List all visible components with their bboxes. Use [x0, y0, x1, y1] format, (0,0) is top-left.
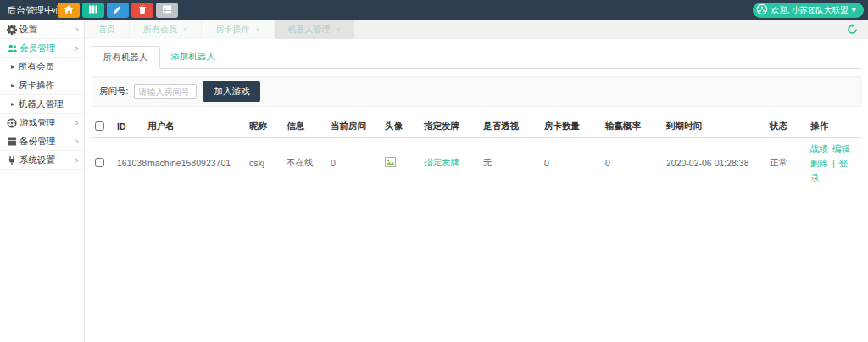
- sidebar-item-settings[interactable]: 设置 >: [0, 20, 84, 39]
- sidebar-item-all-members[interactable]: ▸ 所有会员: [0, 58, 84, 76]
- delete-link[interactable]: 删除: [810, 158, 828, 168]
- pencil-icon: [113, 4, 123, 17]
- avatar-broken-image-icon: [385, 159, 396, 169]
- sidebar-item-backup-management[interactable]: 备份管理 >: [0, 132, 84, 151]
- home-button[interactable]: [58, 3, 80, 18]
- top-header-bar: 后台管理中心 欢迎, 小苏团队大联盟 ▼: [0, 0, 868, 20]
- triangle-bullet-icon: ▸: [11, 81, 14, 89]
- select-all-cell: [92, 115, 114, 138]
- chevron-down-icon: ▼: [852, 7, 856, 14]
- chevron-right-icon: >: [75, 25, 79, 34]
- row-checkbox[interactable]: [95, 158, 104, 167]
- records-link[interactable]: 战绩: [810, 143, 828, 154]
- close-icon[interactable]: ×: [183, 25, 187, 34]
- refresh-button[interactable]: [847, 24, 858, 37]
- col-header-nickname: 昵称: [246, 115, 283, 138]
- col-header-status: 状态: [766, 115, 807, 138]
- robots-table: ID 用户名 昵称 信息 当前房间 头像 指定发牌 是否透视 房卡数量 输赢概率…: [92, 115, 861, 188]
- edit-button[interactable]: [107, 3, 129, 18]
- sidebar-item-robot-management[interactable]: ▸ 机器人管理: [0, 95, 84, 114]
- select-all-checkbox[interactable]: [95, 121, 104, 131]
- tab-add-robot[interactable]: 添加机器人: [160, 46, 227, 68]
- cell-nickname: cskj: [246, 138, 283, 188]
- table-header-row: ID 用户名 昵称 信息 当前房间 头像 指定发牌 是否透视 房卡数量 输赢概率…: [92, 115, 861, 138]
- robots-table-wrap: ID 用户名 昵称 信息 当前房间 头像 指定发牌 是否透视 房卡数量 输赢概率…: [92, 115, 861, 188]
- table-row: 161038 machine1580923701 cskj 不在线 0 指定发牌…: [92, 138, 861, 188]
- welcome-text: 欢迎, 小苏团队大联盟: [771, 5, 849, 16]
- tab-room-card-ops[interactable]: 房卡操作 ×: [202, 20, 273, 39]
- close-icon[interactable]: ×: [255, 25, 259, 34]
- cell-username: machine1580923701: [144, 138, 246, 188]
- join-game-button[interactable]: 加入游戏: [203, 81, 260, 102]
- sidebar-item-label: 设置: [19, 24, 37, 36]
- users-icon: [7, 43, 19, 53]
- columns-button[interactable]: [82, 3, 104, 18]
- cell-info: 不在线: [283, 138, 327, 188]
- close-icon[interactable]: ×: [337, 25, 341, 34]
- sidebar-item-system-settings[interactable]: 系统设置 >: [0, 151, 84, 170]
- tab-label: 所有机器人: [103, 52, 148, 64]
- tab-label: 所有会员: [143, 24, 177, 36]
- cell-current-room: 0: [327, 138, 381, 188]
- col-header-avatar: 头像: [381, 115, 420, 138]
- col-header-id: ID: [114, 115, 144, 138]
- sidebar-item-label: 房卡操作: [19, 80, 54, 92]
- col-header-room-cards: 房卡数量: [541, 115, 602, 138]
- user-menu-button[interactable]: 欢迎, 小苏团队大联盟 ▼: [753, 3, 864, 18]
- game-wheel-icon: [7, 118, 19, 128]
- col-header-info: 信息: [283, 115, 327, 138]
- chevron-right-icon: >: [75, 119, 79, 127]
- sidebar-item-label: 系统设置: [19, 154, 55, 166]
- sidebar-item-member-management[interactable]: 会员管理 >: [0, 39, 84, 58]
- tab-label: 房卡操作: [215, 24, 249, 36]
- breadcrumb-tabstrip: 首页 所有会员 × 房卡操作 × 机器人管理 ×: [85, 20, 868, 39]
- trash-icon: [137, 4, 147, 17]
- col-header-current-room: 当前房间: [327, 115, 381, 138]
- tab-home[interactable]: 首页: [85, 20, 129, 39]
- delete-button[interactable]: [131, 3, 153, 18]
- triangle-bullet-icon: ▸: [11, 100, 14, 108]
- table-icon: [162, 4, 172, 17]
- col-header-perspective: 是否透视: [480, 115, 541, 138]
- cell-actions: 战绩 编辑 删除 | 登录: [807, 138, 861, 188]
- home-icon: [64, 4, 74, 17]
- col-header-expire-time: 到期时间: [663, 115, 766, 138]
- room-search-bar: 房间号: 加入游戏: [92, 76, 861, 107]
- deal-link[interactable]: 指定发牌: [424, 157, 459, 167]
- col-header-username: 用户名: [144, 115, 246, 138]
- plug-icon: [7, 155, 19, 165]
- cell-expire-time: 2020-02-06 01:28:38: [663, 138, 766, 188]
- tab-robot-management[interactable]: 机器人管理 ×: [275, 20, 354, 39]
- sidebar-item-room-card-ops[interactable]: ▸ 房卡操作: [0, 76, 84, 95]
- robot-tabs: 所有机器人 添加机器人: [92, 46, 861, 69]
- chevron-right-icon: >: [75, 156, 79, 165]
- table-view-button[interactable]: [156, 3, 178, 18]
- row-select-cell: [92, 138, 114, 188]
- tab-all-robots[interactable]: 所有机器人: [92, 46, 160, 69]
- sidebar-item-label: 会员管理: [19, 42, 55, 54]
- edit-link[interactable]: 编辑: [832, 143, 850, 154]
- sidebar-item-label: 备份管理: [19, 136, 55, 148]
- refresh-icon: [847, 25, 858, 37]
- sidebar-item-game-management[interactable]: 游戏管理 >: [0, 114, 84, 132]
- room-number-input[interactable]: [134, 84, 197, 99]
- action-separator: |: [832, 158, 835, 168]
- col-header-win-rate: 输赢概率: [602, 115, 663, 138]
- cell-id: 161038: [114, 138, 144, 188]
- tab-all-members[interactable]: 所有会员 ×: [130, 20, 201, 39]
- app-title: 后台管理中心: [0, 4, 58, 17]
- tab-label: 添加机器人: [171, 51, 216, 63]
- triangle-bullet-icon: ▸: [11, 63, 14, 70]
- col-header-actions: 操作: [807, 115, 861, 138]
- chevron-right-icon: >: [75, 44, 79, 53]
- cell-status: 正常: [766, 138, 807, 188]
- team-icon: [756, 3, 768, 17]
- cell-win-rate: 0: [602, 138, 663, 188]
- sidebar: 设置 > 会员管理 > ▸ 所有会员 ▸ 房卡操作 ▸ 机器人管理 游戏管理 >…: [0, 20, 85, 342]
- cell-deal: 指定发牌: [420, 138, 480, 188]
- tab-label: 机器人管理: [288, 24, 331, 36]
- cell-avatar: [381, 138, 420, 188]
- room-number-label: 房间号:: [99, 86, 128, 98]
- columns-icon: [88, 4, 98, 17]
- col-header-deal: 指定发牌: [420, 115, 480, 138]
